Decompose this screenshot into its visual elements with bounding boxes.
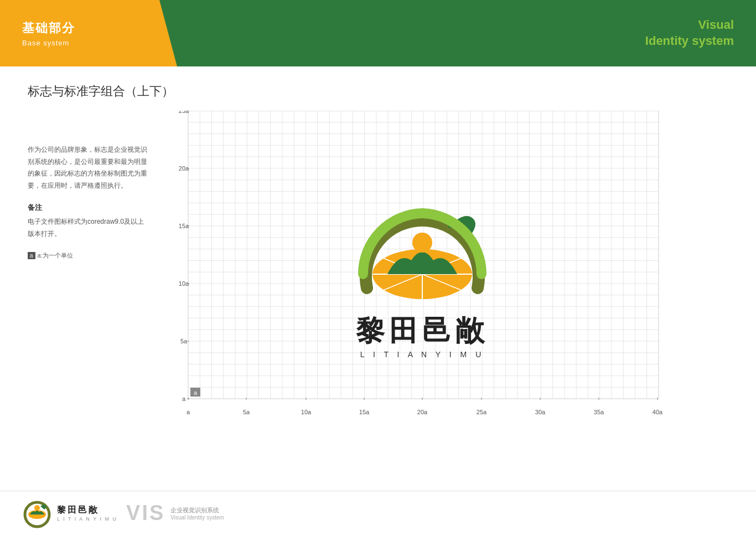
grid-area: // will be rendered via SVG inline below… — [166, 111, 728, 426]
footer-vis-sub: 企业视觉识别系统 Visual Identity system — [170, 506, 224, 521]
content-area: 作为公司的品牌形象，标志是企业视觉识别系统的核心，是公司最重要和最为明显的象征，… — [28, 111, 728, 426]
svg-text:5a: 5a — [243, 409, 250, 415]
svg-point-110 — [34, 505, 40, 511]
header-title-en: Base system — [22, 39, 177, 47]
svg-point-105 — [412, 233, 432, 253]
svg-text:40a: 40a — [653, 409, 663, 415]
svg-text:25a: 25a — [179, 111, 189, 114]
note-title: 备注 — [28, 203, 149, 213]
main-content: 标志与标准字组合（上下） 作为公司的品牌形象，标志是企业视觉识别系统的核心，是公… — [0, 66, 756, 438]
note-line1: 电子文件图标样式为coredraw9.0及以上版本打开。 — [28, 216, 149, 240]
svg-text:30a: 30a — [535, 409, 546, 415]
grid-svg: // will be rendered via SVG inline below… — [166, 111, 664, 426]
footer-vis-label: VIS — [126, 501, 165, 525]
footer-logo-icon — [22, 498, 53, 528]
svg-text:20a: 20a — [417, 409, 428, 415]
header-left-section: 基础部分 Base system — [0, 0, 177, 66]
footer: 黎田邑敞 L I T I A N Y I M U VIS 企业视觉识别系统 Vi… — [0, 491, 756, 535]
header-title-cn: 基础部分 — [22, 20, 177, 37]
footer-vis-en: Visual Identity system — [170, 515, 224, 521]
svg-text:15a: 15a — [359, 409, 370, 415]
svg-text:10a: 10a — [301, 409, 312, 415]
svg-text:a: a — [187, 409, 190, 415]
unit-box: a — [28, 252, 35, 259]
header: 基础部分 Base system Visual Identity system — [0, 0, 756, 66]
svg-text:a: a — [182, 395, 186, 402]
left-description: 作为公司的品牌形象，标志是企业视觉识别系统的核心，是公司最重要和最为明显的象征，… — [28, 111, 149, 426]
page-title: 标志与标准字组合（上下） — [28, 83, 728, 100]
description-body: 作为公司的品牌形象，标志是企业视觉识别系统的核心，是公司最重要和最为明显的象征，… — [28, 144, 149, 192]
header-right-section: Visual Identity system — [155, 0, 756, 66]
unit-label: a:为一个单位 — [38, 251, 73, 260]
svg-text:5a: 5a — [180, 338, 188, 344]
vis-label: Visual Identity system — [645, 17, 734, 49]
svg-text:25a: 25a — [477, 409, 487, 415]
footer-vis-cn: 企业视觉识别系统 — [170, 506, 224, 515]
grid-wrapper: // will be rendered via SVG inline below… — [166, 111, 728, 426]
svg-text:黎田邑敞: 黎田邑敞 — [356, 315, 489, 347]
svg-text:a: a — [194, 389, 198, 396]
svg-text:L I  T I A N  Y I  M U: L I T I A N Y I M U — [360, 350, 485, 359]
svg-text:35a: 35a — [594, 409, 604, 415]
